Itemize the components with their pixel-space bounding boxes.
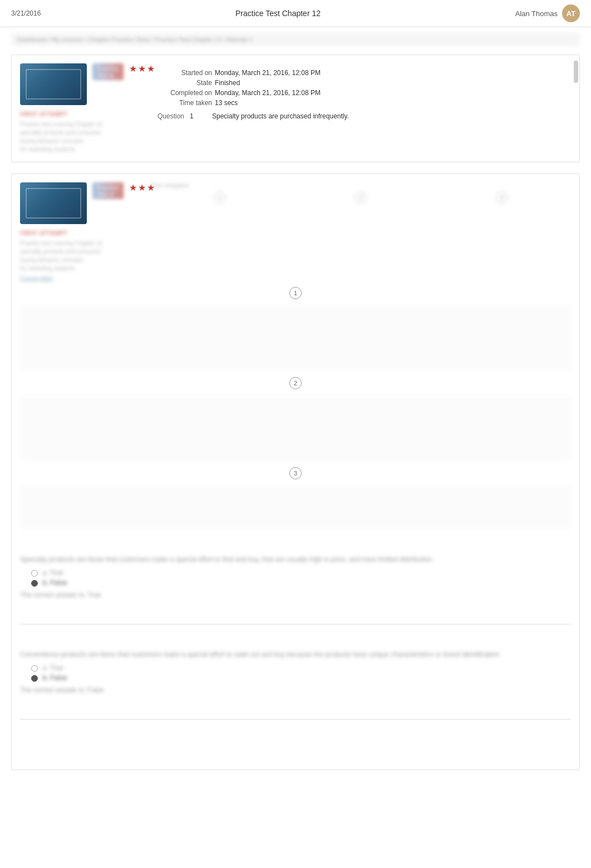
completed-on-value: Monday, March 21, 2016, 12:08 PM — [215, 89, 321, 97]
state-row: State Finished — [151, 79, 571, 87]
q-nav-2[interactable]: 2 — [354, 191, 367, 204]
question-text-1: Specialty products are purchased infrequ… — [212, 112, 349, 120]
attempt1-title: FIRST ATTEMPT — [20, 111, 142, 117]
course-info-left-2: Practice Test ● ★★★ FIRST ATTEMPT Practi… — [20, 182, 142, 281]
course-thumbnail-2 — [20, 182, 87, 224]
time-taken-value: 13 secs — [215, 99, 238, 107]
q1-options: a. True b. False — [31, 569, 571, 587]
question-number-1: 1 — [190, 112, 206, 120]
started-on-value: Monday, March 21, 2016, 12:08 PM — [215, 69, 321, 77]
user-name: Alan Thomas — [515, 9, 558, 18]
attempt1-header: Practice Test ● ★★★ FIRST ATTEMPT Practi… — [20, 63, 571, 153]
divider-1 — [20, 624, 571, 624]
q1-circle[interactable]: 1 — [289, 287, 302, 299]
details-table: Started on Monday, March 21, 2016, 12:08… — [151, 69, 571, 107]
q2-nav-area: 2 — [20, 377, 571, 389]
q1-option-b: b. False — [31, 579, 571, 587]
date-label: 3/21/2016 — [11, 9, 41, 17]
attempt2-subtitle: Practice test covering Chapter 12special… — [20, 239, 142, 272]
course-thumbnail-1 — [20, 63, 87, 105]
attempt2-title: FIRST ATTEMPT — [20, 230, 142, 236]
blurred-content-bottom — [20, 728, 571, 761]
course-badge-2: Practice Test ● — [92, 182, 124, 199]
course-badge-1: Practice Test ● — [92, 63, 124, 80]
state-label: State — [151, 79, 212, 87]
attempt-section-2: Practice Test ● ★★★ FIRST ATTEMPT Practi… — [11, 173, 580, 770]
course-index-link[interactable]: Course index — [20, 275, 142, 281]
time-taken-row: Time taken 13 secs — [151, 99, 571, 107]
blurred-content-1 — [20, 305, 571, 371]
state-value: Finished — [215, 79, 240, 87]
q-nav-3[interactable]: 3 — [496, 191, 508, 204]
q2-result: The correct answer is: False — [20, 686, 571, 694]
question-navigator: Quiz navigation 1 2 3 — [151, 182, 571, 281]
q3-nav-area: 3 — [20, 467, 571, 479]
breadcrumb[interactable]: Dashboard / My courses / Chapter Practic… — [11, 33, 580, 46]
divider-2 — [20, 719, 571, 720]
course-info-left: Practice Test ● ★★★ FIRST ATTEMPT Practi… — [20, 63, 142, 153]
q1-radio-a — [31, 570, 38, 577]
user-info: Alan Thomas AT — [515, 4, 580, 22]
completed-on-label: Completed on — [151, 89, 212, 97]
q-nav-1[interactable]: 1 — [214, 191, 226, 204]
q2-option-a: a. True — [31, 664, 571, 672]
q3-circle[interactable]: 3 — [289, 467, 302, 479]
q2-option-b: b. False — [31, 674, 571, 682]
q1-option-a: a. True — [31, 569, 571, 577]
time-taken-label: Time taken — [151, 99, 212, 107]
attempt2-header: Practice Test ● ★★★ FIRST ATTEMPT Practi… — [20, 182, 571, 281]
started-on-row: Started on Monday, March 21, 2016, 12:08… — [151, 69, 571, 77]
attempt1-subtitle: Practice test covering Chapter 12special… — [20, 120, 142, 153]
q2-radio-b — [31, 675, 38, 682]
started-on-label: Started on — [151, 69, 212, 77]
q1-answer-text: Specialty products are those that custom… — [20, 554, 571, 564]
question-label-1: Question — [151, 112, 184, 120]
q2-radio-a — [31, 665, 38, 672]
top-bar: 3/21/2016 Practice Test Chapter 12 Alan … — [0, 0, 591, 27]
q2-circle[interactable]: 2 — [289, 377, 302, 389]
attempt-section-1: Practice Test ● ★★★ FIRST ATTEMPT Practi… — [11, 54, 580, 162]
q1-nav-area: 1 — [20, 287, 571, 299]
scrollbar[interactable] — [574, 61, 578, 83]
attempt1-details: Started on Monday, March 21, 2016, 12:08… — [151, 63, 571, 153]
q1-result: The correct answer is: True — [20, 591, 571, 599]
page-title: Practice Test Chapter 12 — [235, 9, 321, 18]
q1-radio-b — [31, 580, 38, 587]
avatar: AT — [562, 4, 580, 22]
q2-options: a. True b. False — [31, 664, 571, 682]
nav-blurred-area: Quiz navigation 1 2 3 — [151, 182, 571, 227]
answer-section-q2: Convenience products are items that cust… — [20, 641, 571, 711]
blurred-content-3 — [20, 485, 571, 529]
answer-section-q1: Specialty products are those that custom… — [20, 546, 571, 616]
q2-answer-text: Convenience products are items that cust… — [20, 649, 571, 659]
question-row-1: Question 1 Specialty products are purcha… — [151, 112, 571, 120]
blurred-content-2 — [20, 395, 571, 462]
completed-on-row: Completed on Monday, March 21, 2016, 12:… — [151, 89, 571, 97]
